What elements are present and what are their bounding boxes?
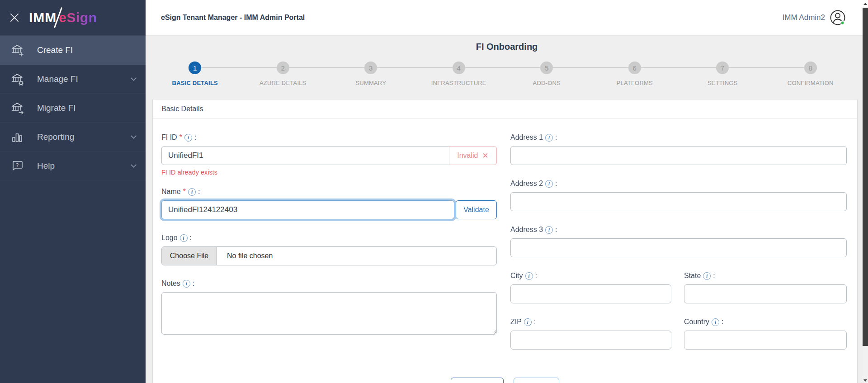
- info-icon[interactable]: i: [524, 318, 532, 326]
- info-icon[interactable]: i: [712, 318, 719, 326]
- step-dot[interactable]: 3: [364, 61, 377, 74]
- step-dot[interactable]: 7: [716, 61, 729, 74]
- scrollbar-up-arrow[interactable]: [863, 0, 868, 8]
- label-colon: :: [194, 133, 196, 142]
- step-label: PLATFORMS: [617, 80, 653, 86]
- step-label: SUMMARY: [355, 80, 386, 86]
- step-add-ons[interactable]: 5 ADD-ONS: [503, 61, 591, 86]
- info-icon[interactable]: i: [184, 134, 192, 142]
- user-avatar-icon[interactable]: [830, 9, 846, 26]
- city-input[interactable]: [510, 284, 671, 303]
- info-icon[interactable]: i: [545, 134, 553, 142]
- fi-id-label: FI ID * i :: [161, 133, 497, 142]
- name-input[interactable]: [161, 200, 454, 219]
- sidebar-item-label: Manage FI: [37, 74, 117, 84]
- cancel-button[interactable]: ✕ Cancel: [451, 378, 504, 383]
- info-icon[interactable]: i: [183, 280, 190, 288]
- sidebar-item-help[interactable]: ? Help: [0, 151, 146, 180]
- step-dot[interactable]: 4: [453, 61, 465, 74]
- address-3-input[interactable]: [510, 238, 847, 257]
- content-area: FI Onboarding 1 BASIC DETAILS 2 AZURE DE…: [146, 36, 868, 383]
- address-1-label: Address 1 i :: [510, 133, 847, 142]
- state-label: State i :: [684, 272, 847, 280]
- step-dot[interactable]: 8: [804, 61, 817, 74]
- step-infrastructure[interactable]: 4 INFRASTRUCTURE: [415, 61, 503, 86]
- step-label: BASIC DETAILS: [172, 80, 218, 86]
- step-basic-details[interactable]: 1 BASIC DETAILS: [151, 61, 239, 86]
- label-text: ZIP: [510, 318, 522, 326]
- sidebar-item-migrate-fi[interactable]: Migrate FI: [0, 94, 146, 123]
- step-settings[interactable]: 7 SETTINGS: [679, 61, 767, 86]
- brand-logo: IMM eSign: [29, 7, 97, 28]
- address-3-label: Address 3 i :: [510, 226, 847, 234]
- field-fi-id: FI ID * i : Invalid ✕: [161, 133, 497, 176]
- step-confirmation[interactable]: 8 CONFIRMATION: [767, 61, 855, 86]
- label-text: FI ID: [161, 133, 177, 142]
- label-colon: :: [190, 234, 192, 242]
- validate-button[interactable]: Validate: [456, 200, 497, 219]
- vertical-scrollbar[interactable]: [863, 0, 868, 383]
- step-dot[interactable]: 2: [277, 61, 289, 74]
- next-button[interactable]: → Next: [514, 378, 560, 383]
- notes-textarea[interactable]: [161, 292, 497, 335]
- bank-gear-icon: [10, 72, 24, 86]
- field-zip: ZIP i :: [510, 318, 671, 350]
- scrollbar-down-arrow[interactable]: [863, 379, 868, 382]
- field-country: Country i :: [684, 318, 847, 350]
- topbar: eSign Tenant Manager - IMM Admin Portal …: [146, 0, 868, 36]
- sidebar-item-label: Migrate FI: [37, 103, 137, 113]
- sidebar-item-create-fi[interactable]: Create FI: [0, 36, 146, 65]
- choose-file-button[interactable]: Choose File: [162, 247, 217, 265]
- info-icon[interactable]: i: [545, 180, 553, 188]
- label-colon: :: [198, 188, 200, 196]
- step-label: AZURE DETAILS: [259, 80, 307, 86]
- wizard-stepper: 1 BASIC DETAILS 2 AZURE DETAILS 3 SUMMAR…: [151, 61, 854, 86]
- country-input[interactable]: [684, 331, 847, 350]
- label-text: State: [684, 272, 701, 280]
- field-address-2: Address 2 i :: [510, 180, 847, 211]
- sidebar-item-manage-fi[interactable]: Manage FI: [0, 65, 146, 94]
- fi-id-input[interactable]: [161, 146, 449, 165]
- app-title: eSign Tenant Manager - IMM Admin Portal: [161, 14, 305, 22]
- main-area: eSign Tenant Manager - IMM Admin Portal …: [146, 0, 868, 383]
- close-icon[interactable]: [9, 12, 20, 23]
- brand-imm: IMM: [29, 10, 57, 25]
- sidebar-item-reporting[interactable]: Reporting: [0, 123, 146, 151]
- logo-label: Logo i :: [161, 234, 497, 242]
- scrollbar-thumb[interactable]: [863, 8, 868, 346]
- zip-input[interactable]: [510, 331, 671, 350]
- city-state-row: City i : State i :: [510, 272, 847, 318]
- label-text: Address 1: [510, 133, 543, 142]
- user-menu[interactable]: IMM Admin2: [783, 9, 846, 26]
- step-platforms[interactable]: 6 PLATFORMS: [591, 61, 679, 86]
- info-icon[interactable]: i: [180, 234, 188, 242]
- step-dot[interactable]: 6: [628, 61, 641, 74]
- address-2-input[interactable]: [510, 192, 847, 211]
- label-colon: :: [555, 133, 557, 142]
- fi-id-error-message: FI ID already exists: [161, 169, 497, 176]
- svg-text:?: ?: [16, 162, 19, 167]
- address-1-input[interactable]: [510, 146, 847, 165]
- step-dot[interactable]: 1: [189, 61, 201, 74]
- step-summary[interactable]: 3 SUMMARY: [327, 61, 415, 86]
- zip-label: ZIP i :: [510, 318, 671, 326]
- field-address-1: Address 1 i :: [510, 133, 847, 165]
- info-icon[interactable]: i: [525, 272, 533, 280]
- name-group: Validate: [161, 200, 497, 219]
- info-icon[interactable]: i: [545, 226, 553, 234]
- step-dot[interactable]: 5: [540, 61, 553, 74]
- step-label: ADD-ONS: [533, 80, 561, 86]
- info-icon[interactable]: i: [703, 272, 711, 280]
- logo-file-input[interactable]: Choose File No file chosen: [161, 246, 497, 265]
- bar-chart-icon: [10, 130, 24, 144]
- required-asterisk: *: [183, 188, 186, 196]
- step-label: CONFIRMATION: [788, 80, 834, 86]
- step-azure-details[interactable]: 2 AZURE DETAILS: [239, 61, 327, 86]
- state-input[interactable]: [684, 284, 847, 303]
- label-text: City: [510, 272, 523, 280]
- field-name: Name * i : Validate: [161, 188, 497, 219]
- field-notes: Notes i :: [161, 279, 497, 336]
- invalid-text: Invalid: [457, 151, 478, 160]
- label-colon: :: [534, 318, 536, 326]
- info-icon[interactable]: i: [188, 188, 196, 196]
